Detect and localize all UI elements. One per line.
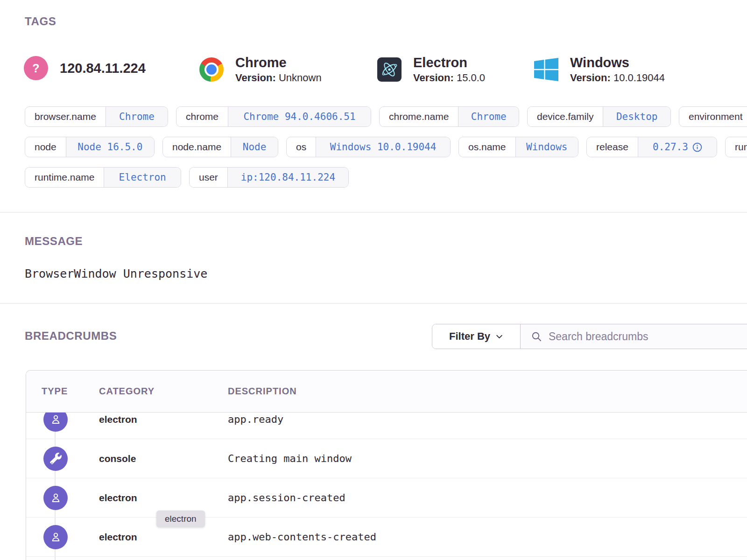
tag-pill[interactable]: device.family Desktop: [527, 106, 671, 127]
breadcrumb-description: Creating main window: [228, 453, 747, 464]
search-breadcrumbs-input[interactable]: [549, 330, 747, 343]
tag-value[interactable]: Windows 10.0.19044: [316, 137, 450, 157]
breadcrumb-row[interactable]: electron app.session-created: [26, 478, 747, 518]
breadcrumb-type-cell: [26, 447, 99, 471]
tag-key: os: [287, 137, 316, 157]
tag-value[interactable]: Electron: [104, 168, 181, 187]
question-glyph: ?: [32, 62, 39, 75]
tag-key: browser.name: [25, 107, 106, 126]
user-icon: [49, 413, 62, 426]
breadcrumbs-table: TYPE CATEGORY DESCRIPTION electron app.r…: [26, 370, 747, 560]
breadcrumbs-filter-bar: Filter By: [432, 324, 747, 349]
breadcrumbs-table-body: electron app.ready console Creating main…: [26, 413, 747, 560]
tag-pill[interactable]: node.name Node: [162, 137, 278, 157]
breadcrumbs-search[interactable]: [521, 324, 747, 349]
breadcrumb-category: electron: [99, 532, 228, 543]
breadcrumb-row[interactable]: electron app.ready: [26, 413, 747, 439]
tag-key: device.family: [528, 107, 603, 126]
breadcrumb-type-cell: [26, 525, 99, 549]
filter-by-label: Filter By: [449, 330, 490, 343]
message-section-title: MESSAGE: [25, 235, 83, 248]
tag-summary-browser: Chrome Version: Unknown: [199, 55, 322, 84]
tag-summary-runtime: Electron Version: 15.0.0: [377, 55, 485, 84]
browser-version: Version: Unknown: [235, 72, 322, 84]
tag-key: user: [190, 168, 227, 187]
electron-icon: [377, 57, 402, 82]
os-name: Windows: [570, 55, 665, 70]
tag-pill[interactable]: release 0.27.3: [586, 137, 717, 157]
os-version: Version: 10.0.19044: [570, 72, 665, 84]
breadcrumb-type-badge: [43, 447, 68, 471]
breadcrumb-category: electron: [99, 414, 228, 425]
tag-value[interactable]: Desktop: [603, 107, 670, 126]
breadcrumb-type-badge: [43, 486, 68, 510]
column-header-description: DESCRIPTION: [228, 386, 747, 397]
message-text: BrowserWindow Unresponsive: [25, 267, 207, 280]
breadcrumb-row[interactable]: electron app.web-contents-created: [26, 518, 747, 557]
info-icon[interactable]: [692, 142, 702, 152]
chevron-down-icon: [495, 333, 503, 341]
unknown-user-avatar-icon: ?: [24, 56, 48, 80]
chrome-icon: [199, 57, 224, 82]
tag-pill[interactable]: chrome.name Chrome: [379, 106, 519, 127]
breadcrumb-row[interactable]: console Creating main window: [26, 439, 747, 478]
section-divider: [0, 303, 747, 304]
breadcrumb-description: app.ready: [228, 413, 747, 425]
tag-value[interactable]: 0.27.3: [638, 137, 717, 157]
tag-value[interactable]: ip:120.84.11.224: [227, 168, 348, 187]
tag-key: runtime: [726, 137, 747, 157]
tag-value[interactable]: Node: [231, 137, 278, 157]
breadcrumbs-section-title: BREADCRUMBS: [25, 329, 117, 343]
windows-icon: [534, 57, 558, 82]
section-divider: [0, 212, 747, 213]
breadcrumb-category: console: [99, 453, 228, 464]
tag-key: chrome.name: [380, 107, 458, 126]
breadcrumb-category: electron: [99, 492, 228, 504]
search-icon: [531, 330, 542, 343]
breadcrumb-description: app.session-created: [228, 492, 747, 504]
tag-key: chrome: [176, 107, 228, 126]
tag-key: node: [25, 137, 66, 157]
tag-pill[interactable]: os Windows 10.0.19044: [286, 137, 451, 157]
breadcrumb-type-cell: [26, 486, 99, 510]
tag-key: runtime.name: [25, 168, 104, 187]
tag-key: node.name: [163, 137, 231, 157]
user-icon: [49, 531, 62, 543]
tag-pill[interactable]: browser.name Chrome: [25, 106, 168, 127]
tag-pill[interactable]: user ip:120.84.11.224: [189, 167, 349, 188]
tag-key: os.name: [459, 137, 515, 157]
column-header-type: TYPE: [26, 386, 99, 397]
filter-by-button[interactable]: Filter By: [432, 324, 521, 349]
breadcrumbs-table-header: TYPE CATEGORY DESCRIPTION: [26, 371, 747, 413]
issue-detail-page: TAGS ? 120.84.11.224 Chrome Version: Unk…: [0, 0, 747, 560]
tag-pill[interactable]: os.name Windows: [458, 137, 578, 157]
tooltip: electron: [156, 511, 205, 527]
breadcrumb-description: app.web-contents-created: [228, 531, 747, 543]
runtime-name: Electron: [413, 55, 485, 70]
column-header-category: CATEGORY: [99, 386, 228, 397]
tag-summary-os: Windows Version: 10.0.19044: [534, 55, 665, 84]
tag-pill-row: runtime.name Electron user ip:120.84.11.…: [25, 167, 747, 188]
runtime-version: Version: 15.0.0: [413, 72, 485, 84]
tag-pill[interactable]: chrome Chrome 94.0.4606.51: [176, 106, 371, 127]
tag-pill[interactable]: runtime: [725, 137, 747, 157]
tag-pill[interactable]: environment: [679, 106, 747, 127]
tag-value[interactable]: Chrome 94.0.4606.51: [228, 107, 371, 126]
tag-value[interactable]: Chrome: [458, 107, 519, 126]
tag-key: release: [587, 137, 638, 157]
breadcrumb-type-badge: [43, 413, 68, 432]
ip-address-value: 120.84.11.224: [60, 61, 146, 76]
breadcrumb-type-cell: [26, 413, 99, 432]
tag-pill-row: browser.name Chrome chrome Chrome 94.0.4…: [25, 106, 747, 127]
wrench-icon: [50, 453, 62, 464]
tag-pill[interactable]: runtime.name Electron: [25, 167, 181, 188]
tag-value[interactable]: Node 16.5.0: [66, 137, 154, 157]
tag-pill-row: node Node 16.5.0 node.name Node os Windo…: [25, 137, 747, 157]
browser-name: Chrome: [235, 55, 322, 70]
user-icon: [49, 491, 62, 504]
tag-value[interactable]: Chrome: [106, 107, 168, 126]
tag-pill[interactable]: node Node 16.5.0: [25, 137, 155, 157]
tags-section-title: TAGS: [25, 15, 56, 28]
tag-summary-ip: ? 120.84.11.224: [24, 56, 146, 80]
tag-value[interactable]: Windows: [515, 137, 578, 157]
